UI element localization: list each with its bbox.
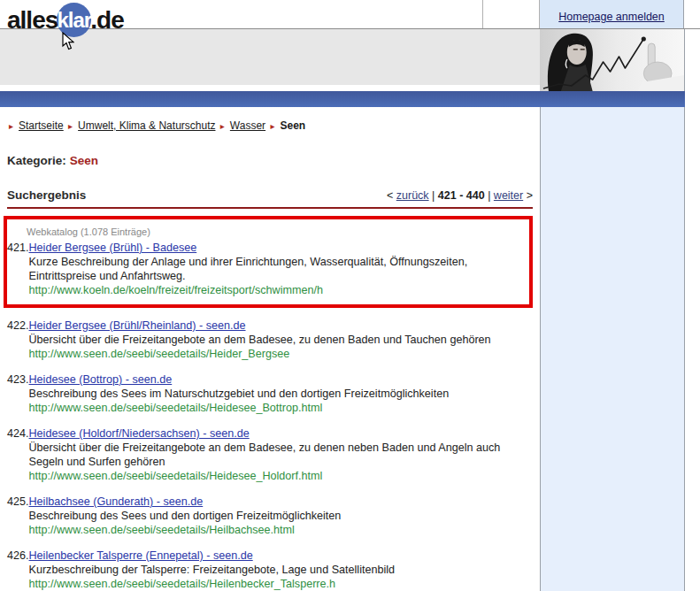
prev-symbol: < [387,189,393,202]
right-side-panel [540,107,685,591]
results-title: Suchergebnis [7,188,86,202]
homepage-anmelden-link[interactable]: Homepage anmelden [558,11,665,23]
search-result-item: 426. Heilenbecker Talsperre (Ennepetal) … [7,549,533,591]
signup-cell: Homepage anmelden [540,0,684,28]
section-divider [7,207,533,209]
breadcrumb-item: Seen [280,119,305,132]
result-url-link[interactable]: http://www.seen.de/seebi/seedetails/Heil… [29,578,336,590]
header-band [0,29,700,91]
result-url-link[interactable]: http://www.seen.de/seebi/seedetails/Heid… [29,470,323,482]
category-value: Seen [70,154,98,167]
result-description: Beschreibung des Sees im Naturschutzgebi… [29,388,450,400]
webkatalog-count-label: Webkatalog (1.078 Einträge) [27,226,529,237]
logo-text-klar: klar [57,8,91,33]
result-number: 425. [7,495,29,537]
pagination-separator: | [432,189,435,202]
header-mid-cell [482,0,540,28]
result-title-link[interactable]: Heidesee (Bottrop) - seen.de [29,372,173,387]
next-symbol: > [527,189,533,202]
result-title-link[interactable]: Heilenbecker Talsperre (Ennepetal) - see… [29,549,253,563]
pagination-prev-link[interactable]: zurück [396,189,429,202]
result-url-link[interactable]: http://www.seen.de/seebi/seedetails/Heil… [29,524,295,536]
breadcrumb-item[interactable]: Umwelt, Klima & Naturschutz [78,119,215,132]
pagination: < zurück | 421 - 440 | weiter > [387,189,533,202]
category-heading: Kategorie:Seen [7,154,533,167]
result-number: 423. [7,372,29,415]
logo-text-alles: alles [7,6,58,35]
header-corner [684,0,700,28]
breadcrumb-arrow-icon: ▸ [68,121,73,131]
result-title-link[interactable]: Heidesee (Holdorf/Niedersachsen) - seen.… [29,426,250,441]
search-result-item: 421. Heider Bergsee (Brühl) - Badesee Ku… [7,241,527,297]
result-number: 422. [7,319,29,361]
result-title-link[interactable]: Heider Bergsee (Brühl/Rheinland) - seen.… [29,319,246,333]
results-header: Suchergebnis < zurück | 421 - 440 | weit… [7,188,533,202]
result-description: Übersicht über die Freizeitangebote an d… [29,441,501,468]
breadcrumb-item[interactable]: Startseite [19,119,64,132]
category-label: Kategorie: [7,154,66,167]
highlight-box: Webkatalog (1.078 Einträge) 421. Heider … [4,216,533,308]
search-result-item: 422. Heider Bergsee (Brühl/Rheinland) - … [7,319,533,361]
breadcrumb-item[interactable]: Wasser [230,119,265,132]
result-title-link[interactable]: Heilbachsee (Gunderath) - seen.de [29,495,204,509]
result-number: 421. [7,241,29,297]
search-result-item: 423. Heidesee (Bottrop) - seen.de Beschr… [7,372,533,415]
result-description: Kurzbeschreibung der Talsperre: Freizeit… [29,564,396,576]
breadcrumb: ▸Startseite ▸Umwelt, Klima & Naturschutz… [7,119,533,132]
pagination-range: 421 - 440 [438,189,485,202]
main-content: ▸Startseite ▸Umwelt, Klima & Naturschutz… [0,107,540,591]
result-number: 424. [7,426,29,483]
breadcrumb-arrow-icon: ▸ [220,121,225,131]
mouse-cursor-icon [62,32,74,54]
result-title-link[interactable]: Heider Bergsee (Brühl) - Badesee [29,241,197,255]
gray-band [0,29,540,91]
result-url-link[interactable]: http://www.seen.de/seebi/seedetails/Heid… [29,348,290,360]
pagination-next-link[interactable]: weiter [494,189,523,202]
promo-photo-woman-chart [540,29,685,91]
result-description: Kurze Beschreibung der Anlage und ihrer … [29,256,468,282]
page: Homepage anmelden alles klar .de [0,0,700,591]
result-url-link[interactable]: http://www.koeln.de/koeln/freizeit/freiz… [29,284,323,296]
breadcrumb-arrow-icon: ▸ [9,121,13,131]
result-description: Übersicht über die Freizeitangebote an d… [29,334,491,346]
search-result-item: 425. Heilbachsee (Gunderath) - seen.de B… [7,495,533,537]
blue-divider-bar [0,91,685,107]
result-url-link[interactable]: http://www.seen.de/seebi/seedetails/Heid… [29,402,323,414]
result-description: Beschreibung des Sees und den dortigen F… [29,510,342,522]
logo-text-de: .de [90,6,123,35]
result-number: 426. [7,549,29,591]
pagination-separator2: | [488,189,490,202]
breadcrumb-arrow-icon: ▸ [270,121,274,131]
search-result-item: 424. Heidesee (Holdorf/Niedersachsen) - … [7,426,533,483]
